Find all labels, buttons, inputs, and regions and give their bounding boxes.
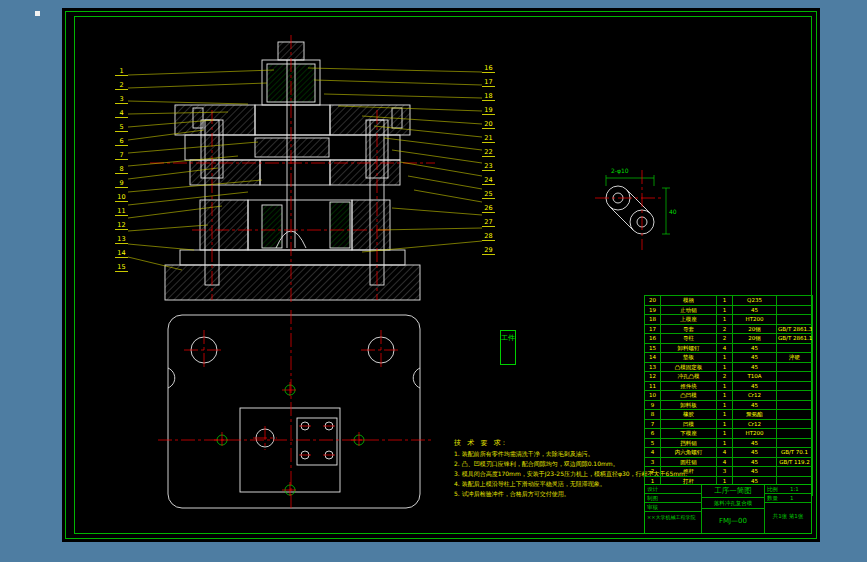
bom-cell-material: 聚氨酯 <box>733 410 777 420</box>
part-balloon[interactable]: 17 <box>482 79 495 87</box>
part-balloon[interactable]: 22 <box>482 149 495 157</box>
organization: ××大学机械工程学院 <box>645 512 701 533</box>
draw-label: 制图 <box>645 494 673 502</box>
bom-cell-qty: 1 <box>717 429 733 439</box>
part-balloon[interactable]: 13 <box>115 236 128 244</box>
bom-cell-remark <box>777 438 813 448</box>
design-label: 设计 <box>645 485 673 493</box>
part-balloon[interactable]: 15 <box>115 264 128 272</box>
part-balloon[interactable]: 24 <box>482 177 495 185</box>
qty-label: 数量 <box>765 494 788 502</box>
bom-cell-name: 挡料销 <box>661 438 717 448</box>
bom-cell-remark <box>777 429 813 439</box>
part-balloon[interactable]: 11 <box>115 208 128 216</box>
bom-row: 3 圆柱销 4 45 GB/T 119.2 <box>645 457 813 467</box>
bom-cell-material: Cr12 <box>733 419 777 429</box>
part-balloon[interactable]: 29 <box>482 247 495 255</box>
bom-cell-name: 橡胶 <box>661 410 717 420</box>
part-balloon[interactable]: 25 <box>482 191 495 199</box>
check-label: 审核 <box>645 503 673 511</box>
bom-cell-remark: GB/T 2861.3 <box>777 324 813 334</box>
part-balloon[interactable]: 21 <box>482 135 495 143</box>
bom-row: 15 卸料螺钉 4 45 <box>645 343 813 353</box>
part-balloon[interactable]: 19 <box>482 107 495 115</box>
part-balloon[interactable]: 26 <box>482 205 495 213</box>
part-balloon[interactable]: 12 <box>115 222 128 230</box>
part-balloon[interactable]: 16 <box>482 65 495 73</box>
bom-cell-no: 13 <box>645 362 661 372</box>
bom-cell-no: 17 <box>645 324 661 334</box>
plan-view <box>168 315 420 508</box>
bom-cell-material: 45 <box>733 448 777 458</box>
bom-cell-no: 18 <box>645 315 661 325</box>
bom-cell-material: 20钢 <box>733 324 777 334</box>
part-balloon[interactable]: 3 <box>115 96 128 104</box>
part-balloon[interactable]: 4 <box>115 110 128 118</box>
part-balloon[interactable]: 6 <box>115 138 128 146</box>
bom-rows: 20 模柄 1 Q235 19 止动销 1 45 18 上模座 1 HT200 … <box>645 296 813 486</box>
bom-cell-no: 12 <box>645 372 661 382</box>
bom-cell-qty: 1 <box>717 381 733 391</box>
part-balloon[interactable]: 5 <box>115 124 128 132</box>
part-balloon[interactable]: 27 <box>482 219 495 227</box>
bom-cell-qty: 1 <box>717 419 733 429</box>
bom-row: 4 内六角螺钉 4 45 GB/T 70.1 <box>645 448 813 458</box>
part-balloon[interactable]: 9 <box>115 180 128 188</box>
bom-cell-name: 垫板 <box>661 353 717 363</box>
bom-row: 7 凹模 1 Cr12 <box>645 419 813 429</box>
part-balloon[interactable]: 20 <box>482 121 495 129</box>
part-balloon[interactable]: 7 <box>115 152 128 160</box>
bom-cell-name: 推杆 <box>661 467 717 477</box>
part-balloon[interactable]: 28 <box>482 233 495 241</box>
part-balloon[interactable]: 8 <box>115 166 128 174</box>
bom-cell-qty: 1 <box>717 400 733 410</box>
scale-row: 比例 1:1 <box>765 485 811 494</box>
part-balloon[interactable]: 1 <box>115 68 128 76</box>
bom-cell-remark <box>777 362 813 372</box>
bom-cell-remark: GB/T 70.1 <box>777 448 813 458</box>
bom-cell-qty: 4 <box>717 448 733 458</box>
bom-row: 20 模柄 1 Q235 <box>645 296 813 306</box>
bom-row: 18 上模座 1 HT200 <box>645 315 813 325</box>
design-row: 设计 <box>645 485 701 494</box>
bom-cell-material: HT200 <box>733 315 777 325</box>
bom-cell-no: 15 <box>645 343 661 353</box>
bom-row: 5 挡料销 1 45 <box>645 438 813 448</box>
part-balloon[interactable]: 2 <box>115 82 128 90</box>
bom-cell-material: Cr12 <box>733 391 777 401</box>
bom-cell-no: 7 <box>645 419 661 429</box>
workpiece-stamp: 工件 <box>500 330 516 365</box>
part-balloon[interactable]: 23 <box>482 163 495 171</box>
balloon-column-right: 16 17 18 19 20 21 22 23 24 25 26 27 28 2… <box>482 65 495 255</box>
bom-cell-no: 8 <box>645 410 661 420</box>
bom-cell-name: 推件块 <box>661 381 717 391</box>
scale-label: 比例 <box>765 485 788 493</box>
bom-row: 10 凸凹模 1 Cr12 <box>645 391 813 401</box>
title-block-scale: 比例 1:1 数量 1 共1张 第1张 <box>765 485 811 533</box>
bom-cell-material: 45 <box>733 400 777 410</box>
part-balloon[interactable]: 14 <box>115 250 128 258</box>
bom-cell-material: Q235 <box>733 296 777 306</box>
bom-cell-no: 16 <box>645 334 661 344</box>
bom-cell-qty: 4 <box>717 457 733 467</box>
bom-cell-remark <box>777 400 813 410</box>
bom-cell-qty: 1 <box>717 438 733 448</box>
bom-cell-material: HT200 <box>733 429 777 439</box>
bom-cell-name: 冲孔凸模 <box>661 372 717 382</box>
bom-cell-material: 45 <box>733 305 777 315</box>
part-balloon[interactable]: 10 <box>115 194 128 202</box>
bom-cell-qty: 1 <box>717 296 733 306</box>
grip-dot-white[interactable] <box>35 11 40 16</box>
part-balloon[interactable]: 18 <box>482 93 495 101</box>
title-block-signatures: 设计 制图 审核 ××大学机械工程学院 <box>645 485 702 533</box>
bom-cell-qty: 1 <box>717 353 733 363</box>
bom-cell-no: 2 <box>645 467 661 477</box>
scale-value: 1:1 <box>788 485 811 493</box>
bom-cell-name: 导柱 <box>661 334 717 344</box>
detail-view <box>606 186 654 234</box>
bom-cell-name: 卸料板 <box>661 400 717 410</box>
drawing-sheet[interactable]: 2-φ10 40 <box>62 8 820 542</box>
bom-table: 20 模柄 1 Q235 19 止动销 1 45 18 上模座 1 HT200 … <box>644 295 812 496</box>
bom-cell-no: 4 <box>645 448 661 458</box>
bom-cell-no: 14 <box>645 353 661 363</box>
